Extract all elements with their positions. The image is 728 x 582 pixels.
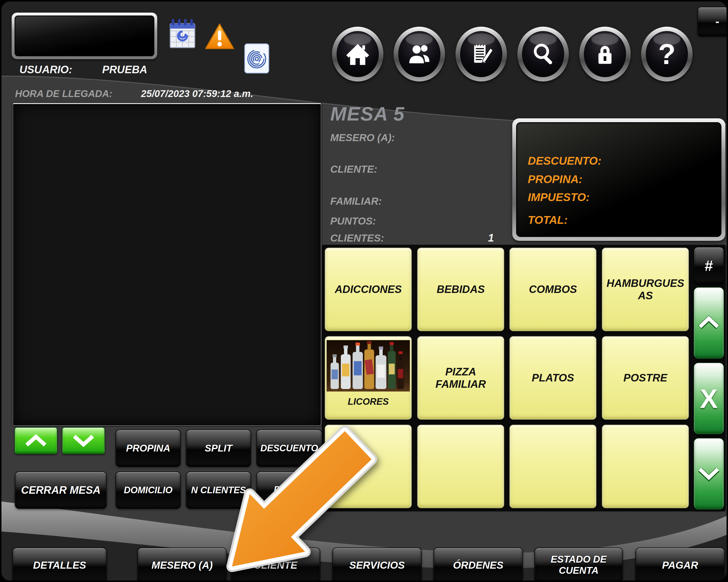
category-platos[interactable]: PLATOS [509,336,596,420]
user-value: PRUEBA [102,63,147,76]
category-combos[interactable]: COMBOS [509,248,596,331]
nav-detalles-button[interactable]: DETALLES [12,548,107,581]
nav-servicios-button[interactable]: SERVICIOS [332,548,422,581]
client-label: CLIENTE: [330,163,378,175]
nav-cliente-button[interactable]: CLIENTE [231,548,320,581]
orders-note-button[interactable] [456,27,507,82]
arrival-value: 25/07/2023 07:59:12 a.m. [141,88,253,99]
descuento-button[interactable]: DESCUENTO [256,429,322,467]
category-bebidas[interactable]: BEBIDAS [417,248,504,331]
para-llevar-button[interactable]: PARA [256,471,321,508]
clients-label: CLIENTES: [330,232,384,244]
category-empty-4[interactable] [602,425,689,508]
discount-label: DESCUENTO: [528,154,601,167]
home-button[interactable] [332,27,383,82]
note-pencil-icon [468,40,495,68]
category-hamburguesas[interactable]: HAMBURGUESAS [602,248,689,331]
fingerprint-icon[interactable] [244,42,270,75]
help-glyph: ? [658,40,676,68]
chevron-up-icon [697,315,721,331]
tip-label: PROPINA: [528,173,582,186]
category-empty-2[interactable] [417,425,504,508]
list-scroll-down-button[interactable] [62,427,105,454]
domicilio-button[interactable]: DOMICILIO [115,471,181,509]
status-display [11,12,157,59]
n-clientes-button[interactable]: N CLIENTES [186,471,251,509]
total-label: TOTAL: [528,213,568,226]
list-scroll-up-button[interactable] [15,427,57,454]
propina-button[interactable]: PROPINA [115,429,181,467]
number-key[interactable]: # [694,247,724,284]
pos-window: USUARIO: PRUEBA [0,0,728,582]
home-icon [344,40,371,68]
arrival-label: HORA DE LLEGADA: [15,88,112,99]
lock-icon [591,40,619,68]
clients-value: 1 [488,232,494,244]
order-list-panel[interactable] [12,103,321,426]
scroll-down-key[interactable] [694,438,724,510]
help-button[interactable]: ? [641,27,693,82]
nav-ordenes-button[interactable]: ÓRDENES [434,548,523,581]
minimize-button[interactable]: - [697,7,727,36]
chevron-down-icon [70,433,97,448]
pos-frame: USUARIO: PRUEBA [1,1,727,581]
multiply-key[interactable]: X [694,363,724,434]
scroll-up-key[interactable] [694,287,724,359]
family-label: FAMILIAR: [330,195,382,207]
liquor-bottles-image [327,338,410,393]
nav-mesero-button[interactable]: MESERO (A) [137,548,227,581]
page-title: MESA 5 [330,103,405,125]
lock-button[interactable] [579,27,631,82]
waiter-label: MESERO (A): [330,132,395,144]
category-pizza-familiar[interactable]: PIZZA FAMILIAR [417,336,504,420]
category-empty-3[interactable] [509,425,596,508]
category-postre[interactable]: POSTRE [602,336,689,420]
users-icon [406,40,433,68]
totals-display: DESCUENTO: PROPINA: IMPUESTO: TOTAL: [512,118,725,241]
tax-label: IMPUESTO: [528,191,590,204]
points-label: PUNTOS: [330,215,376,227]
calendar-icon[interactable] [168,19,197,50]
split-button[interactable]: SPLIT [186,429,251,467]
search-icon [529,40,557,68]
cerrar-mesa-button[interactable]: CERRAR MESA [15,471,107,509]
nav-pagar-button[interactable]: PAGAR [635,548,725,581]
chevron-down-icon [697,466,721,482]
category-adicciones[interactable]: ADICCIONES [325,248,412,331]
search-button[interactable] [517,27,569,82]
warning-icon[interactable] [204,22,235,51]
category-empty-1[interactable] [325,425,412,508]
user-label: USUARIO: [19,63,72,76]
chevron-up-icon [23,433,49,448]
nav-estado-cuenta-button[interactable]: ESTADO DE CUENTA [535,548,623,581]
users-button[interactable] [394,27,445,82]
category-licores[interactable]: LICORES [325,336,412,420]
